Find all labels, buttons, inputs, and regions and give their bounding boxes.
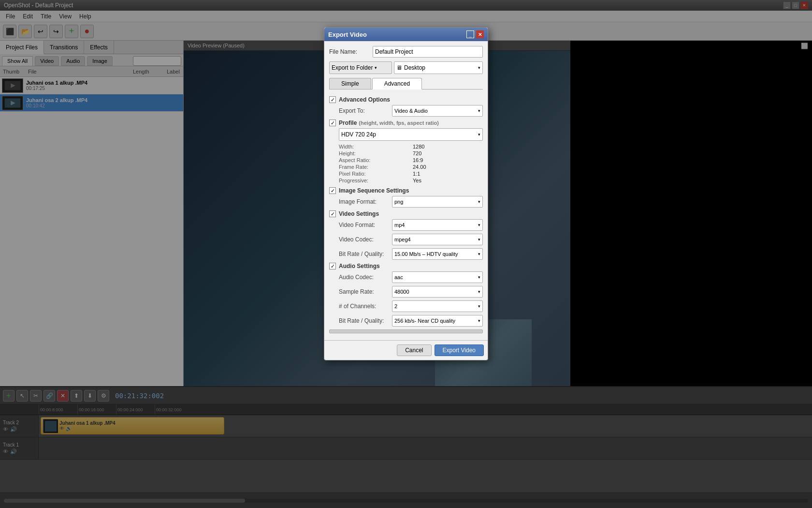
- tab-advanced[interactable]: Advanced: [372, 78, 422, 90]
- image-format-label: Image Format:: [339, 198, 392, 205]
- video-codec-row: Video Codec: mpeg4 ▾: [339, 234, 483, 245]
- dialog-body: File Name: Export to Folder ▾ 🖥 Desktop …: [324, 41, 488, 340]
- field-key: Height:: [339, 150, 409, 156]
- export-folder-button[interactable]: Export to Folder ▾: [329, 61, 392, 74]
- video-format-value: mp4: [394, 222, 405, 228]
- chevron-down-icon: ▾: [478, 132, 480, 137]
- image-format-row: Image Format: png ▾: [339, 196, 483, 208]
- channels-label: # of Channels:: [339, 303, 392, 310]
- advanced-options-checkbox[interactable]: ✓: [329, 96, 336, 103]
- file-name-row: File Name:: [329, 46, 483, 58]
- profile-select[interactable]: HDV 720 24p ▾: [339, 128, 483, 141]
- image-format-select[interactable]: png ▾: [392, 196, 483, 208]
- video-settings-header: ✓ Video Settings: [329, 210, 483, 217]
- video-bitrate-value: 15.00 Mb/s – HDTV quality: [394, 251, 458, 257]
- dialog-overlay: Export Video _ ✕ File Name: Export to Fo…: [0, 0, 812, 508]
- dialog-scroll-area[interactable]: ✓ Advanced Options Export To: Video & Au…: [329, 93, 483, 335]
- field-key: Aspect Ratio:: [339, 157, 409, 163]
- audio-settings-label: Audio Settings: [339, 263, 380, 269]
- audio-bitrate-label: Bit Rate / Quality:: [339, 317, 392, 324]
- dialog-minimize-button[interactable]: _: [466, 30, 474, 38]
- audio-bitrate-select[interactable]: 256 kb/s- Near CD quality ▾: [392, 315, 483, 327]
- video-codec-label: Video Codec:: [339, 236, 392, 243]
- image-seq-checkbox[interactable]: ✓: [329, 187, 336, 194]
- dialog-tabs: Simple Advanced: [329, 78, 483, 90]
- field-key: Width:: [339, 144, 409, 149]
- dialog-title: Export Video: [328, 31, 367, 38]
- field-val: 24.00: [413, 164, 483, 170]
- chevron-down-icon: ▾: [478, 223, 480, 227]
- image-seq-header: ✓ Image Sequence Settings: [329, 187, 483, 194]
- field-key: Progressive:: [339, 178, 409, 183]
- field-val: Yes: [413, 178, 483, 183]
- audio-codec-value: aac: [394, 274, 403, 280]
- tab-simple[interactable]: Simple: [329, 78, 371, 89]
- folder-name: Desktop: [404, 64, 425, 71]
- profile-label: Profile: [339, 120, 357, 126]
- video-codec-select[interactable]: mpeg4 ▾: [392, 234, 483, 245]
- audio-bitrate-value: 256 kb/s- Near CD quality: [394, 318, 455, 324]
- chevron-down-icon: ▾: [478, 199, 480, 204]
- export-to-value: Video & Audio: [394, 108, 428, 114]
- sample-rate-value: 48000: [394, 289, 409, 295]
- video-format-label: Video Format:: [339, 222, 392, 228]
- sample-rate-label: Sample Rate:: [339, 288, 392, 295]
- export-folder-label: Export to Folder: [332, 64, 373, 71]
- export-to-select[interactable]: Video & Audio ▾: [392, 105, 483, 117]
- sample-rate-select[interactable]: 48000 ▾: [392, 286, 483, 298]
- chevron-down-icon: ▾: [478, 275, 480, 280]
- chevron-down-icon: ▾: [375, 65, 377, 70]
- dialog-close-button[interactable]: ✕: [476, 30, 484, 38]
- export-progress-bar: [329, 329, 483, 333]
- audio-settings-header: ✓ Audio Settings: [329, 263, 483, 269]
- chevron-down-icon: ▾: [478, 318, 480, 323]
- chevron-down-icon: ▾: [478, 108, 480, 113]
- video-format-row: Video Format: mp4 ▾: [339, 219, 483, 231]
- export-dialog: Export Video _ ✕ File Name: Export to Fo…: [324, 27, 488, 360]
- folder-path-select[interactable]: 🖥 Desktop ▾: [394, 61, 483, 74]
- export-to-label: Export To:: [339, 107, 392, 114]
- field-key: Frame Rate:: [339, 164, 409, 170]
- chevron-down-icon: ▾: [478, 304, 480, 309]
- profile-checkbox[interactable]: ✓: [329, 120, 336, 126]
- video-bitrate-label: Bit Rate / Quality:: [339, 251, 392, 257]
- field-key: Pixel Ratio:: [339, 171, 409, 177]
- video-settings-checkbox[interactable]: ✓: [329, 210, 336, 217]
- field-val: 720: [413, 150, 483, 156]
- chevron-down-icon: ▾: [478, 237, 480, 242]
- field-val: 16:9: [413, 157, 483, 163]
- video-codec-value: mpeg4: [394, 237, 411, 242]
- profile-value: HDV 720 24p: [341, 131, 376, 138]
- channels-value: 2: [394, 303, 397, 309]
- channels-select[interactable]: 2 ▾: [392, 300, 483, 312]
- profile-fields: Width: 1280 Height: 720 Aspect Ratio: 16…: [339, 144, 483, 183]
- chevron-down-icon: ▾: [478, 65, 480, 70]
- video-format-select[interactable]: mp4 ▾: [392, 219, 483, 231]
- chevron-down-icon: ▾: [478, 289, 480, 294]
- folder-icon: 🖥: [396, 64, 402, 71]
- export-folder-row: Export to Folder ▾ 🖥 Desktop ▾: [329, 61, 483, 74]
- chevron-down-icon: ▾: [478, 252, 480, 256]
- image-format-value: png: [394, 199, 403, 205]
- audio-bitrate-row: Bit Rate / Quality: 256 kb/s- Near CD qu…: [339, 315, 483, 327]
- video-bitrate-select[interactable]: 15.00 Mb/s – HDTV quality ▾: [392, 248, 483, 260]
- advanced-options-label: Advanced Options: [339, 96, 390, 103]
- cancel-button[interactable]: Cancel: [397, 344, 431, 356]
- dialog-footer: Cancel Export Video: [324, 340, 488, 360]
- image-seq-label: Image Sequence Settings: [339, 187, 409, 194]
- audio-codec-row: Audio Codec: aac ▾: [339, 271, 483, 283]
- dialog-titlebar: Export Video _ ✕: [324, 28, 488, 41]
- video-bitrate-row: Bit Rate / Quality: 15.00 Mb/s – HDTV qu…: [339, 248, 483, 260]
- file-name-label: File Name:: [329, 48, 373, 55]
- audio-codec-label: Audio Codec:: [339, 274, 392, 281]
- audio-settings-checkbox[interactable]: ✓: [329, 263, 336, 269]
- file-name-input[interactable]: [373, 46, 483, 58]
- export-video-button[interactable]: Export Video: [435, 344, 484, 356]
- sample-rate-row: Sample Rate: 48000 ▾: [339, 286, 483, 298]
- dialog-title-controls: _ ✕: [466, 30, 484, 38]
- advanced-options-header: ✓ Advanced Options: [329, 96, 483, 103]
- field-val: 1280: [413, 144, 483, 149]
- profile-header: ✓ Profile (height, width, fps, aspect ra…: [329, 120, 483, 126]
- audio-codec-select[interactable]: aac ▾: [392, 271, 483, 283]
- profile-subtitle: (height, width, fps, aspect ratio): [359, 120, 439, 126]
